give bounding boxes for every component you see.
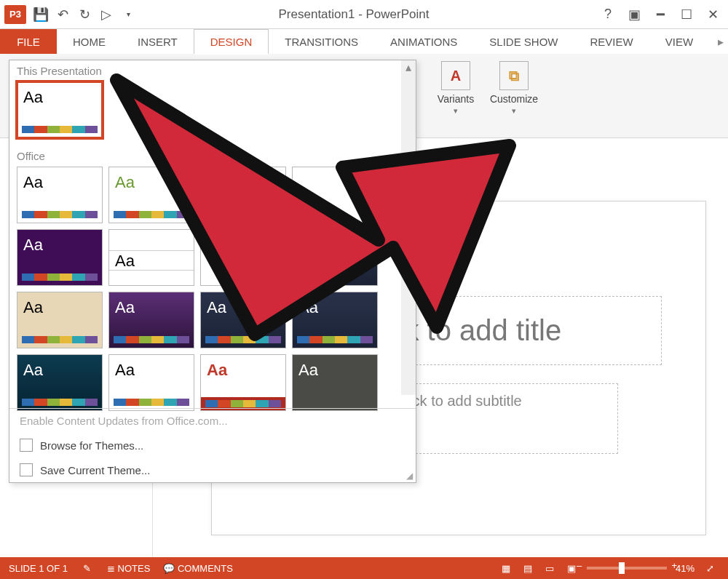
comments-button[interactable]: 💬 COMMENTS — [163, 563, 232, 574]
theme-thumb[interactable]: Aa — [200, 292, 286, 348]
theme-thumb[interactable]: Aa — [17, 167, 103, 223]
variants-icon: A — [441, 61, 470, 90]
tab-insert[interactable]: INSERT — [122, 29, 194, 54]
zoom-percent[interactable]: 41% — [676, 563, 695, 574]
theme-thumb[interactable]: Aa — [17, 354, 103, 411]
chevron-down-icon: ▾ — [485, 106, 543, 116]
slide-indicator: SLIDE 1 OF 1 — [9, 563, 68, 574]
customize-button[interactable]: ⧉ Customize ▾ — [485, 60, 543, 118]
tab-transitions[interactable]: TRANSITIONS — [269, 29, 374, 54]
panel-scrollbar[interactable]: ▴ — [401, 60, 416, 395]
enable-content-updates: Enable Content Updates from Office.com..… — [9, 409, 416, 433]
tab-view[interactable]: VIEW — [649, 29, 709, 54]
themes-gallery-panel: ▴ This Presentation Aa Office Aa Aa Aa A… — [9, 60, 416, 483]
fit-to-window-icon[interactable]: ⤢ — [703, 562, 716, 574]
maximize-icon[interactable]: ☐ — [680, 8, 693, 21]
variants-button[interactable]: A Variants ▾ — [427, 60, 485, 118]
theme-thumb[interactable]: Aa — [292, 354, 378, 411]
start-from-beginning-icon[interactable]: ▷ — [99, 7, 114, 22]
close-icon[interactable]: ✕ — [706, 8, 719, 21]
resize-grip-icon[interactable]: ◢ — [406, 471, 413, 481]
theme-thumb[interactable] — [292, 167, 378, 223]
theme-thumb[interactable]: Aa — [108, 292, 194, 348]
save-icon[interactable]: 💾 — [33, 7, 48, 22]
browse-for-themes[interactable]: Browse for Themes... — [9, 433, 416, 458]
theme-thumb[interactable] — [292, 229, 378, 286]
save-current-theme[interactable]: Save Current Theme... — [9, 458, 416, 482]
variants-label: Variants — [438, 93, 474, 105]
ribbon-display-options-icon[interactable]: ▣ — [628, 8, 641, 21]
normal-view-icon[interactable]: ▦ — [499, 562, 513, 574]
customize-icon: ⧉ — [499, 61, 529, 90]
tab-home[interactable]: HOME — [57, 29, 122, 54]
theme-thumb[interactable]: Aa — [200, 354, 286, 411]
tab-file[interactable]: FILE — [0, 29, 57, 54]
theme-thumb[interactable] — [200, 229, 286, 286]
reading-view-icon[interactable]: ▭ — [543, 562, 556, 574]
theme-thumb[interactable] — [200, 167, 286, 223]
customize-label: Customize — [490, 93, 538, 105]
section-this-presentation: This Presentation — [9, 60, 416, 79]
window-title: Presentation1 - PowerPoint — [135, 7, 601, 22]
slide-sorter-view-icon[interactable]: ▤ — [521, 562, 534, 574]
qat-dropdown-icon[interactable]: ▾ — [121, 7, 135, 22]
tab-slide-show[interactable]: SLIDE SHOW — [473, 29, 574, 54]
theme-thumb[interactable]: Aa — [17, 229, 103, 286]
spellcheck-icon[interactable]: ✎ — [81, 562, 94, 574]
save-theme-icon — [20, 463, 33, 476]
theme-thumb[interactable]: Aa — [108, 167, 194, 223]
tab-design[interactable]: DESIGN — [194, 29, 269, 55]
zoom-slider[interactable] — [587, 567, 667, 570]
folder-icon — [20, 439, 33, 452]
app-badge-icon: P3 — [4, 5, 26, 24]
theme-thumb[interactable]: Aa — [108, 354, 194, 411]
notes-button[interactable]: ≣ NOTES — [107, 563, 150, 574]
tab-review[interactable]: REVIEW — [574, 29, 649, 54]
undo-icon[interactable]: ↶ — [55, 7, 70, 22]
theme-thumb[interactable]: Aa — [108, 229, 194, 286]
chevron-down-icon: ▾ — [427, 106, 485, 116]
theme-thumb[interactable]: Aa — [292, 292, 378, 348]
section-office: Office — [9, 145, 416, 164]
theme-thumb-office-current[interactable]: Aa — [17, 81, 103, 138]
tab-scroll-right-icon[interactable]: ▸ — [713, 29, 728, 54]
redo-icon[interactable]: ↻ — [77, 7, 92, 22]
help-icon[interactable]: ? — [601, 8, 614, 21]
minimize-icon[interactable]: ━ — [654, 8, 667, 21]
theme-thumb[interactable]: Aa — [17, 292, 103, 348]
tab-animations[interactable]: ANIMATIONS — [374, 29, 473, 54]
